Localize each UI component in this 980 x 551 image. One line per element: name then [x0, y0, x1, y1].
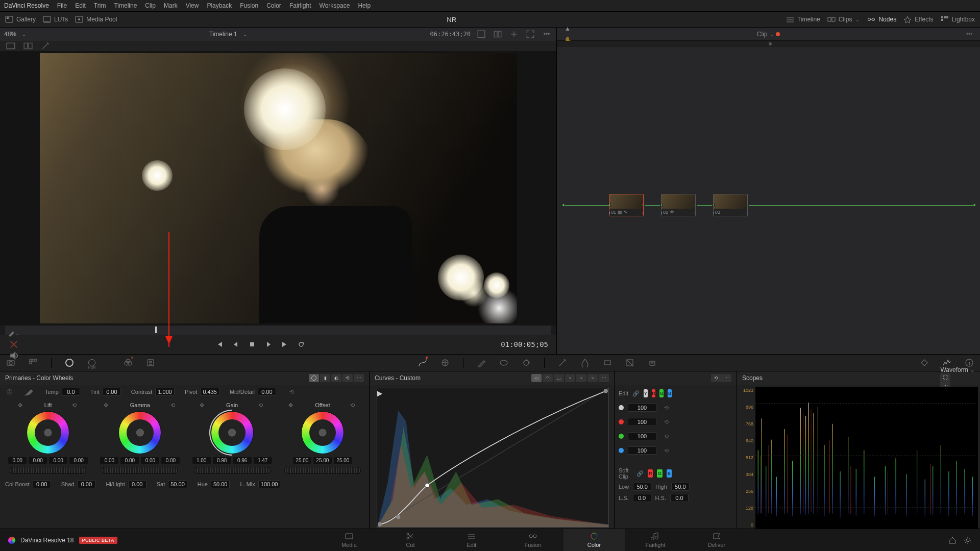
menu-edit[interactable]: Edit	[75, 2, 86, 9]
picker-icon[interactable]: ⌄	[8, 328, 19, 339]
page-fairlight[interactable]: Fairlight	[625, 529, 686, 552]
softclip-ls[interactable]: 0.0	[633, 494, 651, 502]
lmix-field[interactable]: 100.00	[258, 480, 281, 488]
auto-balance-icon[interactable]: Ⓐ	[5, 386, 13, 397]
colboost-field[interactable]: 0.00	[33, 480, 51, 488]
softclip-g[interactable]: G	[657, 469, 662, 478]
node-03[interactable]: 03	[713, 194, 748, 216]
play-icon[interactable]	[265, 341, 272, 348]
timeline-dropdown[interactable]: Timeline 1	[209, 31, 237, 38]
qualifier-icon[interactable]	[476, 357, 487, 368]
page-fusion[interactable]: Fusion	[502, 529, 564, 552]
viewer-options-icon[interactable]: •••	[541, 29, 552, 40]
menu-workspace[interactable]: Workspace	[320, 2, 350, 9]
reset-b-icon[interactable]: ⟲	[660, 445, 672, 456]
zoom-dropdown[interactable]: 48%	[4, 31, 16, 38]
softclip-high[interactable]: 50.0	[671, 483, 690, 491]
expand-icon[interactable]	[525, 29, 536, 40]
gamma-jog[interactable]	[102, 467, 178, 474]
reset-r-icon[interactable]: ⟲	[660, 416, 672, 428]
lift-jog[interactable]	[10, 467, 86, 474]
3d-icon[interactable]: 3D	[647, 357, 658, 368]
loop-icon[interactable]	[298, 341, 305, 348]
sizing-icon[interactable]	[624, 357, 635, 368]
hdr-wheels-icon[interactable]: HDR	[86, 357, 97, 368]
highlight-icon[interactable]	[508, 29, 520, 40]
offset-jog[interactable]	[284, 467, 361, 474]
menu-file[interactable]: File	[57, 2, 67, 9]
primaries-options-icon[interactable]: ⋯	[354, 374, 364, 382]
curves-icon[interactable]	[417, 357, 428, 368]
clips-toggle[interactable]: Clips ⌄	[827, 16, 861, 23]
curves-options-icon[interactable]: ⋯	[599, 374, 609, 382]
menu-fairlight[interactable]: Fairlight	[289, 2, 311, 9]
menu-mark[interactable]: Mark	[164, 2, 178, 9]
menu-help[interactable]: Help	[358, 2, 371, 9]
single-viewer-icon[interactable]	[5, 40, 16, 52]
softclip-link-icon[interactable]: 🔗	[636, 468, 644, 479]
curves-svs-tab[interactable]: ~	[587, 374, 598, 382]
page-cut[interactable]: Cut	[380, 529, 441, 552]
wheels-tab[interactable]	[309, 374, 319, 382]
prev-frame-icon[interactable]	[232, 341, 239, 348]
node-mode-dropdown[interactable]: Clip	[757, 31, 768, 38]
timeline-toggle[interactable]: Timeline	[786, 16, 820, 23]
menu-color[interactable]: Color	[266, 2, 281, 9]
page-deliver[interactable]: Deliver	[686, 529, 747, 552]
reset-g-icon[interactable]: ⟲	[660, 431, 672, 442]
softclip-r[interactable]: R	[648, 469, 653, 478]
pointer-icon[interactable]: ▲	[562, 23, 573, 34]
bars-tab[interactable]: ▮	[320, 374, 330, 382]
scrubber[interactable]	[5, 325, 551, 335]
node-01[interactable]: 01▦✎	[609, 194, 644, 216]
pick-white-icon[interactable]	[23, 386, 35, 397]
reset-row-icon[interactable]: ⟲	[286, 386, 298, 397]
node-options-icon[interactable]: •••	[964, 29, 975, 40]
menu-view[interactable]: View	[186, 2, 199, 9]
home-icon[interactable]	[948, 536, 957, 544]
stop-icon[interactable]	[249, 341, 256, 348]
softclip-hs[interactable]: 0.0	[670, 494, 689, 502]
last-frame-icon[interactable]	[281, 341, 288, 348]
edit-b-channel[interactable]: B	[668, 389, 672, 397]
intensity-g[interactable]: 100	[628, 432, 656, 440]
edit-g-channel[interactable]: G	[659, 389, 664, 397]
motion-effects-icon[interactable]	[145, 357, 156, 368]
reset-curves-icon[interactable]: ⟲	[711, 374, 721, 382]
dual-viewer-icon[interactable]	[22, 40, 34, 52]
contrast-field[interactable]: 1.000	[155, 388, 175, 396]
wipe-icon[interactable]	[476, 29, 487, 40]
curves-hvh-tab[interactable]: ◠	[543, 374, 553, 382]
camera-raw-icon[interactable]	[5, 357, 16, 368]
link-icon[interactable]: 🔗	[632, 388, 640, 399]
gain-wheel[interactable]: ✥Gain⟲ 1.000.980.961.47	[192, 402, 272, 474]
curves-hvl-tab[interactable]: ~	[565, 374, 575, 382]
sat-field[interactable]: 50.00	[168, 480, 187, 488]
gallery-button[interactable]: Gallery	[5, 16, 36, 23]
magic-mask-icon[interactable]	[557, 357, 568, 368]
intensity-b[interactable]: 100	[628, 446, 656, 455]
offset-wheel[interactable]: ✥Offset⟲ 25.0025.0025.00	[284, 402, 361, 474]
window-icon[interactable]	[498, 357, 509, 368]
softclip-low[interactable]: 50.0	[633, 483, 651, 491]
scope-expand-icon[interactable]: ⛶	[940, 373, 950, 382]
record-timecode[interactable]: 01:00:05;05	[501, 340, 548, 348]
color-wheels-icon[interactable]	[64, 357, 75, 368]
curves-hvs-tab[interactable]: ◡	[554, 374, 564, 382]
log-tab[interactable]: ◐	[331, 374, 341, 382]
wand-icon[interactable]	[40, 40, 51, 52]
reset-primaries-icon[interactable]: ⟲	[342, 374, 353, 382]
hue-field[interactable]: 50.00	[211, 480, 230, 488]
split-icon[interactable]	[492, 29, 503, 40]
tint-field[interactable]: 0.00	[103, 388, 121, 396]
color-match-icon[interactable]	[28, 357, 39, 368]
rgb-mixer-icon[interactable]	[122, 357, 134, 368]
node-02[interactable]: 02👁	[661, 194, 696, 216]
pivot-field[interactable]: 0.435	[200, 388, 219, 396]
unmix-icon[interactable]	[8, 339, 19, 350]
curves-custom-tab[interactable]: ▭	[531, 374, 542, 382]
viewer[interactable]	[0, 51, 556, 325]
page-media[interactable]: Media	[318, 529, 380, 552]
curves-more-icon[interactable]: ⋯	[721, 374, 731, 382]
nodes-toggle[interactable]: Nodes	[867, 16, 896, 23]
